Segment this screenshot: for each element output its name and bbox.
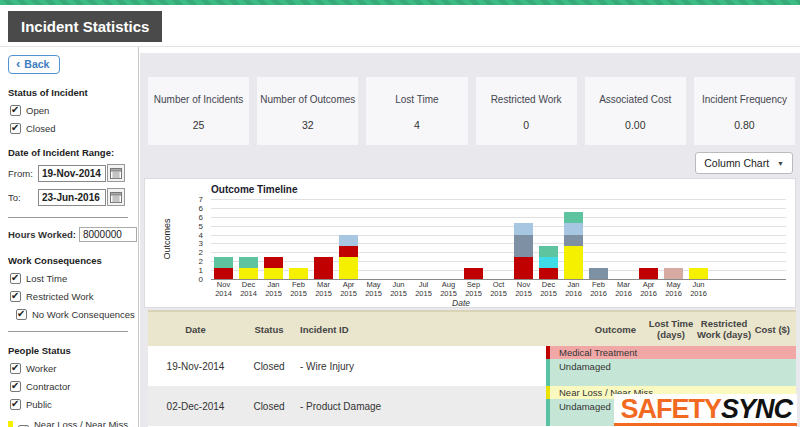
checkbox-row-open[interactable]: Open bbox=[10, 105, 138, 116]
bar-segment[interactable] bbox=[514, 223, 533, 234]
chart-type-dropdown[interactable]: Column Chart ▼ bbox=[695, 152, 793, 174]
bar-segment[interactable] bbox=[264, 257, 283, 268]
checkbox-row-closed[interactable]: Closed bbox=[10, 123, 138, 134]
bar-segment[interactable] bbox=[689, 268, 708, 279]
to-date-input[interactable] bbox=[38, 189, 106, 206]
x-axis-tick: Oct2015 bbox=[486, 281, 511, 298]
from-date-input[interactable] bbox=[38, 165, 106, 182]
bar-segment[interactable] bbox=[664, 268, 683, 279]
header-lost-time: Lost Time (days) bbox=[646, 318, 696, 340]
stacked-bar[interactable] bbox=[289, 268, 308, 279]
from-calendar-button[interactable] bbox=[107, 164, 125, 182]
lost-time-checkbox[interactable] bbox=[10, 273, 21, 284]
bar-segment[interactable] bbox=[214, 257, 233, 268]
near-loss-color-chip bbox=[8, 421, 13, 427]
stacked-bar[interactable] bbox=[514, 223, 533, 279]
checkbox-row-worker[interactable]: Worker bbox=[10, 363, 138, 374]
bar-segment[interactable] bbox=[239, 268, 258, 279]
date-to-row: To: bbox=[8, 188, 138, 206]
y-axis-tick: 6 bbox=[199, 204, 203, 213]
bar-segment[interactable] bbox=[564, 212, 583, 223]
no-work-consequences-checkbox[interactable] bbox=[16, 309, 27, 320]
stacked-bar[interactable] bbox=[239, 257, 258, 279]
x-axis-tick: Feb2015 bbox=[286, 281, 311, 298]
hours-worked-label: Hours Worked: bbox=[8, 229, 76, 240]
checkbox-row-no-work-consequences[interactable]: No Work Consequences bbox=[16, 309, 138, 320]
stacked-bar[interactable] bbox=[464, 268, 483, 279]
x-axis-tick: Jan2015 bbox=[261, 281, 286, 298]
status-section-title: Status of Incident bbox=[8, 87, 138, 98]
bar-segment[interactable] bbox=[539, 257, 558, 268]
closed-checkbox[interactable] bbox=[10, 123, 21, 134]
back-button[interactable]: ‹ Back bbox=[8, 55, 60, 74]
bar-segment[interactable] bbox=[564, 246, 583, 279]
bar-segment[interactable] bbox=[589, 268, 608, 279]
bar-segment[interactable] bbox=[539, 268, 558, 279]
x-axis-tick: Apr2016 bbox=[636, 281, 661, 298]
public-checkbox[interactable] bbox=[10, 399, 21, 410]
bar-segment[interactable] bbox=[464, 268, 483, 279]
bar-segment[interactable] bbox=[564, 223, 583, 234]
checkbox-row-public[interactable]: Public bbox=[10, 399, 138, 410]
y-axis-tick: 2 bbox=[199, 248, 203, 257]
checkbox-row-restricted-work[interactable]: Restricted Work bbox=[10, 291, 138, 302]
stacked-bar[interactable] bbox=[589, 268, 608, 279]
y-axis-tick: 2 bbox=[199, 257, 203, 266]
people-section-title: People Status bbox=[8, 345, 138, 356]
y-axis-tick: 7 bbox=[199, 195, 203, 204]
stat-card-associated-cost: Associated Cost 0.00 bbox=[585, 77, 686, 145]
to-calendar-button[interactable] bbox=[107, 188, 125, 206]
bar-segment[interactable] bbox=[339, 257, 358, 279]
stats-cards-row: Number of Incidents 25 Number of Outcome… bbox=[148, 77, 795, 145]
cell-incident-id: - Product Damage bbox=[295, 401, 546, 412]
page-title: Incident Statistics bbox=[8, 11, 162, 42]
checkbox-row-lost-time[interactable]: Lost Time bbox=[10, 273, 138, 284]
worker-checkbox[interactable] bbox=[10, 363, 21, 374]
consequences-section-title: Work Consequences bbox=[8, 255, 138, 266]
bar-segment[interactable] bbox=[214, 268, 233, 279]
bar-segment[interactable] bbox=[539, 246, 558, 257]
cell-status: Closed bbox=[243, 401, 295, 412]
cell-incident-id: - Wire Injury bbox=[295, 361, 546, 372]
stat-label: Number of Incidents bbox=[148, 94, 249, 105]
bar-segment[interactable] bbox=[289, 268, 308, 279]
bar-segment[interactable] bbox=[639, 268, 658, 279]
bar-segment[interactable] bbox=[514, 257, 533, 279]
stat-card-outcomes: Number of Outcomes 32 bbox=[257, 77, 358, 145]
bar-segment[interactable] bbox=[339, 235, 358, 246]
stacked-bar[interactable] bbox=[689, 268, 708, 279]
open-checkbox[interactable] bbox=[10, 105, 21, 116]
date-range-section-title: Date of Incident Range: bbox=[8, 147, 138, 158]
bar-segment[interactable] bbox=[564, 235, 583, 246]
bar-segment[interactable] bbox=[514, 235, 533, 257]
stacked-bar[interactable] bbox=[664, 268, 683, 279]
table-row[interactable]: 19-Nov-2014 Closed - Wire Injury Medical… bbox=[148, 346, 796, 386]
stacked-bar[interactable] bbox=[264, 257, 283, 279]
stat-value: 25 bbox=[148, 119, 249, 131]
bar-slot bbox=[336, 199, 361, 279]
stat-value: 0.00 bbox=[585, 119, 686, 131]
checkbox-row-contractor[interactable]: Contractor bbox=[10, 381, 138, 392]
stacked-bar[interactable] bbox=[314, 257, 333, 279]
bar-segment[interactable] bbox=[314, 257, 333, 279]
bar-segment[interactable] bbox=[239, 257, 258, 268]
restricted-work-checkbox[interactable] bbox=[10, 291, 21, 302]
stacked-bar[interactable] bbox=[564, 212, 583, 279]
stacked-bar[interactable] bbox=[639, 268, 658, 279]
header-restricted-work: Restricted Work (days) bbox=[696, 318, 752, 340]
stacked-bar[interactable] bbox=[339, 235, 358, 279]
outcome-band: Medical Treatment bbox=[546, 346, 796, 359]
bar-segment[interactable] bbox=[264, 268, 283, 279]
bar-slot bbox=[361, 199, 386, 279]
x-axis-tick: Mar2015 bbox=[311, 281, 336, 298]
bar-slot bbox=[486, 199, 511, 279]
filter-row-near-loss[interactable]: Near Loss / Near Miss (9) bbox=[8, 419, 138, 427]
chevron-down-icon: ▼ bbox=[777, 160, 784, 167]
stacked-bar[interactable] bbox=[539, 246, 558, 279]
no-work-consequences-label: No Work Consequences bbox=[32, 309, 135, 320]
contractor-checkbox[interactable] bbox=[10, 381, 21, 392]
stacked-bar[interactable] bbox=[214, 257, 233, 279]
bar-segment[interactable] bbox=[339, 246, 358, 257]
hours-worked-input[interactable] bbox=[79, 227, 137, 242]
restricted-work-label: Restricted Work bbox=[26, 291, 93, 302]
